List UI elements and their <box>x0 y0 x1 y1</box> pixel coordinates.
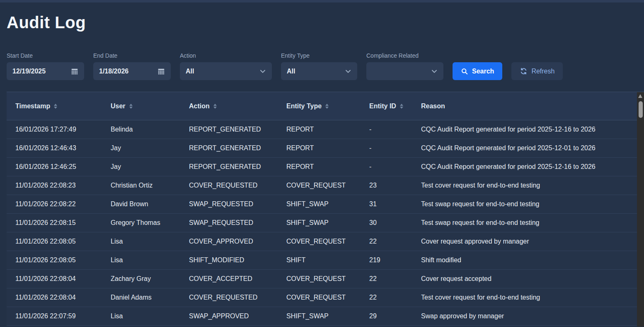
table-cell: Shift modified <box>421 256 637 264</box>
table-cell: Cover request accepted <box>421 275 637 283</box>
table-cell: Test cover request for end-to-end testin… <box>421 182 637 189</box>
table-cell: COVER_REQUESTED <box>189 294 286 301</box>
table-cell: Lisa <box>111 256 189 264</box>
sort-icon[interactable] <box>400 104 403 109</box>
refresh-button[interactable]: Refresh <box>511 62 563 80</box>
table-row[interactable]: 16/01/2026 17:27:49BelindaREPORT_GENERAT… <box>7 120 644 139</box>
compliance-related-select[interactable] <box>366 62 443 80</box>
table-cell: Test swap request for end-to-end testing <box>421 219 637 227</box>
table-cell: REPORT_GENERATED <box>189 144 286 152</box>
entity-type-value: All <box>287 68 295 75</box>
column-header-entity-id[interactable]: Entity ID <box>369 102 421 110</box>
column-label: Action <box>189 102 210 110</box>
table-cell: 11/01/2026 22:08:15 <box>15 219 111 227</box>
action-select[interactable]: All <box>180 62 272 80</box>
column-header-action[interactable]: Action <box>189 102 286 110</box>
sort-icon[interactable] <box>213 104 217 109</box>
column-header-reason: Reason <box>421 102 637 110</box>
table-cell: 11/01/2026 22:08:04 <box>15 294 111 301</box>
start-date-filter: Start Date 12/19/2025 <box>7 52 84 80</box>
end-date-input[interactable]: 1/18/2026 <box>93 62 171 80</box>
table-row[interactable]: 11/01/2026 22:08:04Zachary GrayCOVER_ACC… <box>7 270 644 288</box>
table-cell: REPORT_GENERATED <box>189 163 286 171</box>
table-row[interactable]: 16/01/2026 12:46:43JayREPORT_GENERATEDRE… <box>7 139 644 158</box>
table-row[interactable]: 11/01/2026 22:08:23Christian OrtizCOVER_… <box>7 176 644 195</box>
calendar-icon[interactable] <box>157 68 165 75</box>
table-cell: 11/01/2026 22:08:22 <box>15 200 111 208</box>
table-cell: 30 <box>369 219 421 227</box>
table-cell: - <box>369 144 421 152</box>
table-body: 16/01/2026 17:27:49BelindaREPORT_GENERAT… <box>7 120 644 326</box>
table-cell: 11/01/2026 22:08:05 <box>15 256 111 264</box>
table-row[interactable]: 11/01/2026 22:08:05LisaCOVER_APPROVEDCOV… <box>7 232 644 251</box>
table-cell: 11/01/2026 22:08:04 <box>15 275 111 283</box>
table-row[interactable]: 11/01/2026 22:08:04Daniel AdamsCOVER_REQ… <box>7 288 644 307</box>
vertical-scrollbar[interactable] <box>637 92 644 327</box>
start-date-label: Start Date <box>7 52 84 59</box>
table-cell: 16/01/2026 17:27:49 <box>15 126 111 133</box>
sort-icon[interactable] <box>54 104 57 109</box>
action-filter: Action All <box>180 52 272 80</box>
table-cell: CQC Audit Report generated for period 20… <box>421 126 637 133</box>
compliance-related-filter: Compliance Related <box>366 52 443 80</box>
table-cell: Test swap request for end-to-end testing <box>421 200 637 208</box>
table-cell: Daniel Adams <box>111 294 189 301</box>
table-cell: COVER_REQUEST <box>286 275 369 283</box>
table-cell: 11/01/2026 22:08:05 <box>15 238 111 245</box>
refresh-button-label: Refresh <box>531 68 554 75</box>
scrollbar-thumb[interactable] <box>639 101 643 118</box>
column-header-entity-type[interactable]: Entity Type <box>286 102 369 110</box>
table-cell: - <box>369 163 421 171</box>
search-button[interactable]: Search <box>453 62 502 80</box>
table-cell: Jay <box>111 144 189 152</box>
column-header-user[interactable]: User <box>111 102 189 110</box>
table-cell: SWAP_REQUESTED <box>189 219 286 227</box>
column-label: Entity ID <box>369 102 396 110</box>
table-cell: SHIFT_SWAP <box>286 312 369 320</box>
sort-icon[interactable] <box>129 104 133 109</box>
table-cell: 16/01/2026 12:46:43 <box>15 144 111 152</box>
table-cell: Cover request approved by manager <box>421 238 637 245</box>
table-cell: REPORT <box>286 144 369 152</box>
start-date-input[interactable]: 12/19/2025 <box>7 62 84 80</box>
table-cell: Christian Ortiz <box>111 182 189 189</box>
table-cell: - <box>369 126 421 133</box>
page-title: Audit Log <box>7 12 644 32</box>
table-cell: REPORT <box>286 126 369 133</box>
end-date-filter: End Date 1/18/2026 <box>93 52 171 80</box>
sort-icon[interactable] <box>325 104 329 109</box>
table-cell: COVER_REQUESTED <box>189 182 286 189</box>
column-header-timestamp[interactable]: Timestamp <box>15 102 111 110</box>
table-cell: David Brown <box>111 200 189 208</box>
table-row[interactable]: 11/01/2026 22:08:15Gregory ThomasSWAP_RE… <box>7 214 644 232</box>
audit-log-table: TimestampUserActionEntity TypeEntity IDR… <box>7 92 644 327</box>
table-row[interactable]: 16/01/2026 12:46:25JayREPORT_GENERATEDRE… <box>7 158 644 176</box>
table-row[interactable]: 11/01/2026 22:08:05LisaSHIFT_MODIFIEDSHI… <box>7 251 644 270</box>
column-label: Timestamp <box>15 102 50 110</box>
refresh-icon <box>520 67 528 75</box>
table-cell: COVER_REQUEST <box>286 238 369 245</box>
end-date-label: End Date <box>93 52 171 59</box>
column-label: Entity Type <box>286 102 322 110</box>
calendar-icon[interactable] <box>71 68 78 75</box>
entity-type-select[interactable]: All <box>281 62 357 80</box>
table-cell: Jay <box>111 163 189 171</box>
entity-type-label: Entity Type <box>281 52 357 59</box>
top-edge-strip <box>0 0 644 2</box>
scroll-up-arrow[interactable] <box>638 94 642 98</box>
chevron-down-icon <box>259 68 266 75</box>
table-cell: SHIFT_SWAP <box>286 219 369 227</box>
table-cell: Lisa <box>111 238 189 245</box>
start-date-value: 12/19/2025 <box>12 68 46 75</box>
table-cell: 23 <box>369 182 421 189</box>
table-cell: 22 <box>369 294 421 301</box>
table-header-row: TimestampUserActionEntity TypeEntity IDR… <box>7 92 644 120</box>
table-cell: COVER_REQUEST <box>286 294 369 301</box>
entity-type-filter: Entity Type All <box>281 52 357 80</box>
table-row[interactable]: 11/01/2026 22:08:22David BrownSWAP_REQUE… <box>7 195 644 214</box>
table-cell: COVER_APPROVED <box>189 238 286 245</box>
table-cell: Swap approved by manager <box>421 312 637 320</box>
table-cell: REPORT <box>286 163 369 171</box>
table-row[interactable]: 11/01/2026 22:07:59LisaSWAP_APPROVEDSHIF… <box>7 307 644 326</box>
table-cell: SWAP_APPROVED <box>189 312 286 320</box>
